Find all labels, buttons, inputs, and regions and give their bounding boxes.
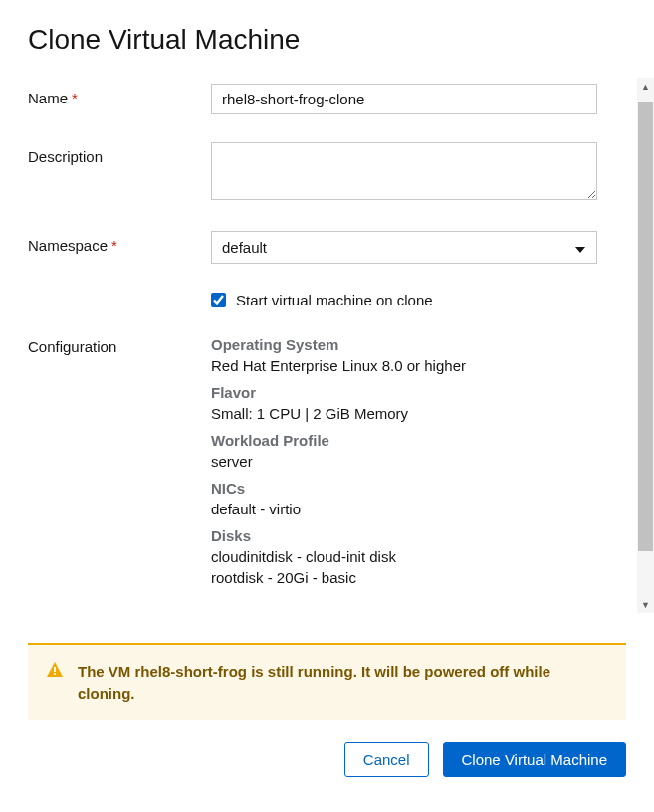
config-value: default - virtio bbox=[211, 501, 626, 517]
button-row: Cancel Clone Virtual Machine bbox=[28, 742, 626, 777]
scroll-up-icon[interactable]: ▲ bbox=[637, 78, 654, 95]
name-label: Name* bbox=[28, 84, 211, 106]
namespace-select[interactable]: default bbox=[211, 231, 597, 264]
name-row: Name* bbox=[28, 84, 626, 114]
scrollbar-thumb[interactable] bbox=[638, 102, 653, 551]
clone-button[interactable]: Clone Virtual Machine bbox=[443, 742, 626, 777]
cancel-button[interactable]: Cancel bbox=[344, 742, 429, 777]
name-input[interactable] bbox=[211, 84, 597, 114]
scrollbar-track[interactable]: ▲ ▼ bbox=[637, 78, 654, 613]
config-heading: Disks bbox=[211, 527, 626, 544]
namespace-label: Namespace* bbox=[28, 231, 211, 254]
svg-rect-1 bbox=[54, 673, 56, 675]
scroll-down-icon[interactable]: ▼ bbox=[637, 596, 654, 613]
config-heading: NICs bbox=[211, 480, 626, 497]
config-value: Red Hat Enterprise Linux 8.0 or higher bbox=[211, 357, 626, 374]
config-value: Small: 1 CPU | 2 GiB Memory bbox=[211, 405, 626, 422]
modal-footer: The VM rhel8-short-frog is still running… bbox=[0, 629, 654, 801]
modal-title: Clone Virtual Machine bbox=[28, 24, 626, 56]
warning-alert: The VM rhel8-short-frog is still running… bbox=[28, 643, 626, 720]
warning-text: The VM rhel8-short-frog is still running… bbox=[78, 661, 610, 705]
config-value: cloudinitdisk - cloud-init disk bbox=[211, 548, 626, 565]
description-row: Description bbox=[28, 142, 626, 203]
start-on-clone-label: Start virtual machine on clone bbox=[236, 292, 433, 308]
modal-body: Clone Virtual Machine Name* Description … bbox=[0, 0, 654, 629]
start-on-clone-checkbox[interactable] bbox=[211, 293, 226, 307]
namespace-row: Namespace* default bbox=[28, 231, 626, 264]
description-label: Description bbox=[28, 142, 211, 165]
config-heading: Operating System bbox=[211, 336, 626, 353]
required-indicator: * bbox=[72, 90, 78, 106]
config-heading: Workload Profile bbox=[211, 432, 626, 449]
start-on-clone-row: Start virtual machine on clone bbox=[211, 292, 626, 308]
warning-icon bbox=[46, 661, 64, 682]
description-textarea[interactable] bbox=[211, 142, 597, 200]
configuration-section: Configuration Operating System Red Hat E… bbox=[28, 336, 626, 596]
config-value: rootdisk - 20Gi - basic bbox=[211, 569, 626, 586]
configuration-label: Configuration bbox=[28, 336, 211, 596]
config-value: server bbox=[211, 453, 626, 470]
required-indicator: * bbox=[111, 237, 117, 254]
config-heading: Flavor bbox=[211, 384, 626, 401]
svg-rect-0 bbox=[54, 667, 56, 672]
